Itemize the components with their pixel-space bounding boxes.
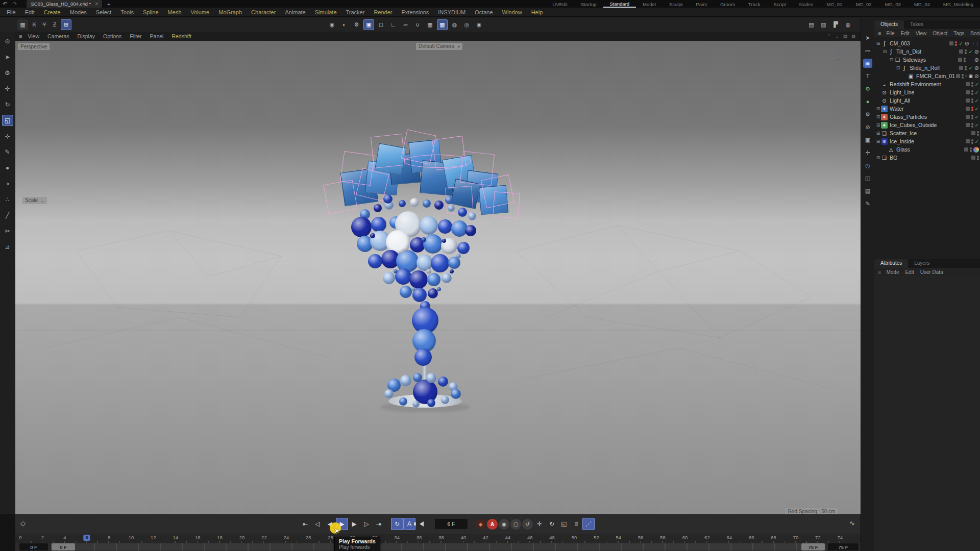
visibility-dots-icon[interactable] (971, 90, 973, 95)
current-frame-field[interactable]: 6 F (435, 519, 468, 529)
frame-tick[interactable]: 16 (195, 535, 201, 541)
vp-up-icon[interactable]: ⌃ (827, 34, 831, 39)
frame-tick[interactable]: 2 (41, 535, 44, 541)
visibility-dots-icon[interactable] (955, 41, 957, 46)
frame-tick[interactable]: 8 (108, 535, 110, 541)
render-region-button[interactable]: ◐ (339, 19, 350, 30)
visibility-dots-icon[interactable] (970, 147, 972, 152)
workspace-tab-track[interactable]: Track (742, 0, 767, 8)
pencil-tool[interactable]: ╱ (2, 210, 13, 221)
workplane-button[interactable]: ▱ (400, 19, 411, 30)
measure-tool[interactable]: ⊿ (2, 241, 13, 253)
menu-extensions[interactable]: Extensions (397, 9, 433, 15)
object-row-fmcr-cam-01[interactable]: ▣FMCR_Cam_01▫▣⊘ (874, 72, 980, 80)
tab-attributes[interactable]: Attributes (874, 259, 908, 268)
frame-tick[interactable]: 62 (704, 535, 710, 541)
enabled-check-icon[interactable]: ✓ (975, 82, 979, 87)
enabled-check-icon[interactable]: ✓ (959, 41, 963, 46)
workspace-tab-script[interactable]: Script (767, 0, 792, 8)
extract-icon[interactable]: ◫ (863, 173, 872, 183)
workspace-tab-mg-03[interactable]: MG_03 (878, 0, 908, 8)
menu-mesh[interactable]: Mesh (163, 9, 186, 15)
frame-tick[interactable]: 44 (505, 535, 511, 541)
menu-create[interactable]: Create (39, 9, 65, 15)
visibility-dots-icon[interactable] (977, 156, 979, 160)
menu-select[interactable]: Select (91, 9, 116, 15)
frame-tick[interactable]: 24 (284, 535, 289, 541)
menu-modes[interactable]: Modes (65, 9, 91, 15)
viewport-hamburger-icon[interactable]: ≡ (17, 33, 23, 39)
fcurve-icon[interactable]: ∿ (849, 519, 855, 527)
loop-mode-button[interactable]: ↻ (391, 518, 403, 530)
viewport-menu-options[interactable]: Options (99, 33, 126, 39)
edit-mode-button[interactable]: ▣ (363, 19, 374, 30)
workspace-tab-groom[interactable]: Groom (714, 0, 742, 8)
autokey-button[interactable]: A (487, 519, 498, 530)
frame-tick[interactable]: 26 (306, 535, 311, 541)
scale-tool[interactable]: ◱ (2, 115, 13, 126)
attr-menu-hamburger-icon[interactable]: ≡ (876, 269, 883, 275)
workspace-tab-nodes[interactable]: Nodes (793, 0, 820, 8)
vp-film-icon[interactable]: ▤ (843, 34, 848, 39)
frame-tick[interactable]: 74 (838, 535, 843, 541)
menu-insydium[interactable]: INSYDIUM (433, 9, 470, 15)
range-start-handle[interactable]: 0 F (52, 543, 75, 550)
simulate-cache-button[interactable]: ◎ (461, 19, 472, 30)
primitive-cube-button[interactable]: ◻ (376, 19, 386, 30)
texture-tag-icon[interactable] (973, 147, 979, 153)
object-row-cm-003[interactable]: ⊟ʃCM_003✓⊘⋮⋮ (874, 39, 980, 47)
visibility-dots-icon[interactable] (971, 115, 973, 119)
search-tool[interactable]: ⊙ (2, 36, 13, 47)
om-menu-bookmarks[interactable]: Bookmarks (968, 31, 980, 36)
object-row-scatter-ice[interactable]: ⊞❏Scatter_Ice (874, 129, 980, 137)
key-position-button[interactable]: ✛ (533, 518, 546, 530)
asset-browser-icon[interactable]: ◍ (843, 19, 853, 30)
null-object-icon[interactable]: ⊘ (863, 122, 872, 132)
frame-tick[interactable]: 28 (328, 535, 333, 541)
frame-tick[interactable]: 42 (483, 535, 488, 541)
frame-tick[interactable]: 54 (616, 535, 622, 541)
camera-strip-icon[interactable]: ▣ (863, 135, 872, 144)
frame-tick[interactable]: 18 (217, 535, 223, 541)
layer-color-icon[interactable] (958, 58, 962, 62)
vp-state-icon[interactable]: ◍ (851, 34, 855, 39)
expand-icon[interactable]: ⊞ (875, 131, 881, 136)
record-pla-mode-button[interactable]: ↺ (522, 519, 533, 530)
rotate-tool[interactable]: ↻ (2, 99, 13, 110)
magnet-button[interactable]: ∪ (412, 19, 423, 30)
layout-split-icon[interactable]: ▥ (818, 19, 829, 30)
key-parameter-button[interactable]: ≡ (570, 518, 582, 530)
expand-icon[interactable]: ⊞ (875, 106, 881, 111)
range-start-field[interactable]: 0 F (19, 543, 48, 550)
frame-tick[interactable]: 4 (63, 535, 66, 541)
layout-quad-icon[interactable]: ▛ (830, 19, 841, 30)
om-menu-hamburger-icon[interactable]: ≡ (876, 30, 883, 36)
frame-tick[interactable]: 10 (129, 535, 134, 541)
object-row-tilt-n-dist[interactable]: ⊟ʃTilt_n_Dist✓⊘ (874, 47, 980, 56)
workspace-tab-mg-02[interactable]: MG_02 (849, 0, 878, 8)
move-tool[interactable]: ✛ (2, 83, 13, 94)
visibility-dots-icon[interactable] (971, 107, 973, 111)
visibility-dots-icon[interactable] (971, 139, 973, 144)
menu-simulate[interactable]: Simulate (310, 9, 341, 15)
axis-z-lock-button[interactable]: Z (50, 20, 59, 29)
visibility-dots-icon[interactable] (977, 131, 979, 136)
frame-tick[interactable]: 52 (594, 535, 599, 541)
menu-edit[interactable]: Edit (20, 9, 39, 15)
enabled-check-icon[interactable]: ✓ (975, 114, 979, 120)
text-tool-icon[interactable]: T (863, 71, 872, 81)
frame-tick[interactable]: 34 (395, 535, 400, 541)
layer-color-icon[interactable] (966, 107, 970, 111)
sculpt-tool[interactable]: ● (2, 162, 13, 173)
collapse-icon[interactable]: ⊟ (882, 49, 888, 54)
settings-gear-icon[interactable]: ⚙ (863, 110, 872, 119)
frame-tick[interactable]: 50 (572, 535, 577, 541)
frame-tick[interactable]: 58 (660, 535, 666, 541)
viewport[interactable]: ≡ViewCamerasDisplayOptionsFilterPanelRed… (15, 32, 861, 514)
viewport-menu-filter[interactable]: Filter (126, 33, 145, 39)
undo-icon[interactable]: ↶ (0, 0, 10, 8)
enabled-check-icon[interactable]: ✓ (975, 106, 979, 112)
menu-help[interactable]: Help (527, 9, 548, 15)
live-selection-tool[interactable]: ➤ (2, 52, 13, 63)
deactivated-icon[interactable]: ⊘ (974, 65, 979, 71)
